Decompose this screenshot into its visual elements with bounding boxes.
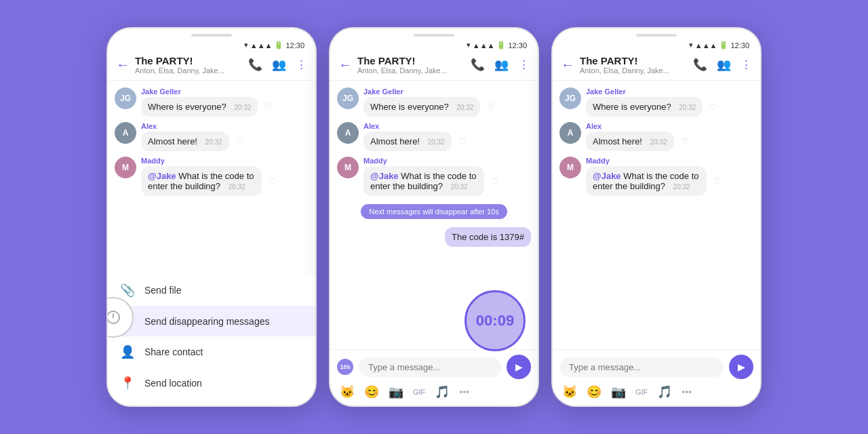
gif-icon-2[interactable]: GIF	[413, 388, 425, 396]
more-icon-2[interactable]: ⋮	[518, 58, 530, 72]
heart-icon-jake-3[interactable]: ♡	[709, 102, 717, 112]
popup-item-send-location[interactable]: 📍 Send location	[108, 368, 315, 399]
notch-1	[108, 28, 315, 37]
back-button-2[interactable]: ←	[338, 57, 352, 73]
bubble-alex-1: Almost here! 20:32	[141, 132, 229, 151]
audio-icon-3[interactable]: 🎵	[657, 384, 672, 399]
bubble-time-jake-1: 20:32	[234, 104, 251, 111]
ten-s-badge: 10s	[337, 359, 353, 375]
sticker-icon-2[interactable]: 🐱	[340, 384, 355, 399]
heart-icon-maddy-1[interactable]: ♡	[269, 176, 277, 186]
popup-label-disappearing: Send disappearing messages	[144, 316, 269, 327]
call-icon-2[interactable]: 📞	[471, 58, 485, 72]
bubble-row-jake-3: Where is everyone? 20:32 ♡	[586, 97, 717, 117]
popup-label-share-contact: Share contact	[144, 347, 203, 357]
popup-item-disappearing[interactable]: ⏱ Send disappearing messages	[108, 306, 315, 336]
phone-3: ▾ ▲▲▲ 🔋 12:30 ← The PARTY! Anton, Elsa, …	[551, 27, 762, 407]
bubble-row-alex-1: Almost here! 20:32 ♡	[141, 132, 244, 151]
status-bar-1: ▾ ▲▲▲ 🔋 12:30	[108, 37, 315, 51]
header-info-2: The PARTY! Anton, Elsa, Danny, Jake...	[357, 55, 465, 75]
chat-body-3: JG Jake Geller Where is everyone? 20:32 …	[553, 81, 760, 349]
bubble-wrap-alex-1: Alex Almost here! 20:32 ♡	[141, 122, 244, 151]
table-row: JG Jake Geller Where is everyone? 20:32 …	[337, 87, 531, 117]
bubble-alex-2: Almost here! 20:32	[363, 132, 452, 151]
heart-icon-maddy-2[interactable]: ♡	[491, 176, 499, 186]
emoji-icon-2[interactable]: 😊	[364, 384, 379, 399]
heart-icon-jake-1[interactable]: ♡	[264, 102, 273, 112]
sticker-icon-3[interactable]: 🐱	[562, 384, 577, 399]
header-title-2: The PARTY!	[357, 55, 465, 66]
heart-icon-maddy-3[interactable]: ♡	[713, 176, 722, 186]
table-row: The code is 1379#	[337, 227, 531, 247]
notch-2	[330, 28, 538, 37]
signal-icon-2: ▲▲▲	[473, 41, 495, 50]
sender-name-jake-3: Jake Geller	[586, 87, 717, 96]
sender-name-maddy-1: Maddy	[141, 157, 277, 165]
bubble-wrap-jake-2: Jake Geller Where is everyone? 20:32 ♡	[363, 87, 495, 117]
more-icon-1[interactable]: ⋮	[296, 58, 307, 72]
more-icon-3[interactable]: ⋮	[741, 58, 752, 72]
camera-icon-2[interactable]: 📷	[389, 384, 403, 399]
popup-label-send-file: Send file	[144, 285, 181, 296]
people-icon-2[interactable]: 👥	[494, 58, 509, 72]
chat-header-2: ← The PARTY! Anton, Elsa, Danny, Jake...…	[330, 51, 538, 81]
camera-icon-3[interactable]: 📷	[611, 384, 626, 399]
status-time-3: 12:30	[730, 41, 749, 50]
status-bar-3: ▾ ▲▲▲ 🔋 12:30	[553, 37, 760, 51]
bubble-out-2: The code is 1379#	[445, 227, 531, 247]
heart-icon-jake-2[interactable]: ♡	[487, 102, 495, 112]
popup-item-send-file[interactable]: 📎 Send file	[108, 275, 315, 306]
status-icons-1: ▾ ▲▲▲ 🔋 12:30	[244, 41, 304, 50]
table-row: A Alex Almost here! 20:32 ♡	[337, 122, 531, 151]
message-input-2[interactable]	[359, 357, 501, 377]
bubble-maddy-1: @Jake What is the code to enter the buil…	[141, 166, 262, 196]
people-icon-3[interactable]: 👥	[717, 58, 731, 72]
sender-name-jake-1: Jake Geller	[141, 87, 273, 96]
mention-jake-2: @Jake	[370, 171, 399, 181]
heart-icon-alex-3[interactable]: ♡	[681, 136, 689, 146]
call-icon-1[interactable]: 📞	[248, 58, 262, 72]
toolbar-2: 🐱 😊 📷 GIF 🎵 •••	[337, 383, 531, 401]
mention-jake-3: @Jake	[593, 171, 621, 181]
popup-label-send-location: Send location	[144, 378, 202, 389]
header-actions-1: 📞 👥 ⋮	[248, 58, 307, 72]
sender-name-jake-2: Jake Geller	[363, 87, 495, 96]
bubble-row-jake-2: Where is everyone? 20:32 ♡	[363, 97, 495, 117]
header-title-3: The PARTY!	[580, 55, 688, 66]
gif-icon-3[interactable]: GIF	[635, 388, 648, 396]
table-row: JG Jake Geller Where is everyone? 20:32 …	[115, 87, 309, 117]
heart-icon-alex-1[interactable]: ♡	[236, 136, 244, 146]
table-row: M Maddy @Jake What is the code to enter …	[337, 157, 531, 196]
bubble-jake-1: Where is everyone? 20:32	[141, 97, 258, 117]
message-input-3[interactable]	[559, 357, 724, 377]
status-icons-2: ▾ ▲▲▲ 🔋 12:30	[467, 41, 527, 50]
bubble-wrap-jake-1: Jake Geller Where is everyone? 20:32 ♡	[141, 87, 273, 117]
battery-icon-3: 🔋	[719, 41, 728, 50]
msg-text-jake-2: Where is everyone?	[370, 102, 449, 112]
msg-text-alex-1: Almost here!	[148, 136, 197, 146]
input-area-3: ▶ 🐱 😊 📷 GIF 🎵 •••	[553, 349, 760, 406]
play-button-3[interactable]: ▶	[729, 355, 753, 379]
more-toolbar-icon-2[interactable]: •••	[459, 387, 469, 397]
table-row: A Alex Almost here! 20:32 ♡	[115, 122, 309, 151]
bubble-wrap-maddy-3: Maddy @Jake What is the code to enter th…	[586, 157, 722, 196]
audio-icon-2[interactable]: 🎵	[435, 384, 450, 399]
popup-item-share-contact[interactable]: 👤 Share contact	[108, 336, 315, 368]
back-button-3[interactable]: ←	[561, 57, 574, 73]
bubble-time-maddy-1: 20:32	[229, 183, 245, 191]
play-button-2[interactable]: ▶	[507, 355, 531, 379]
back-button-1[interactable]: ←	[116, 57, 130, 73]
avatar-jake-3: JG	[559, 87, 581, 109]
call-icon-3[interactable]: 📞	[693, 58, 707, 72]
emoji-icon-3[interactable]: 😊	[587, 384, 601, 399]
bubble-jake-3: Where is everyone? 20:32	[586, 97, 703, 117]
people-icon-1[interactable]: 👥	[272, 58, 286, 72]
table-row: M Maddy @Jake What is the code to enter …	[115, 157, 309, 196]
bubble-wrap-maddy-2: Maddy @Jake What is the code to enter th…	[363, 157, 499, 196]
heart-icon-alex-2[interactable]: ♡	[458, 136, 467, 146]
sender-name-alex-2: Alex	[363, 122, 467, 130]
more-toolbar-icon-3[interactable]: •••	[682, 387, 692, 397]
msg-text-jake-1: Where is everyone?	[148, 102, 226, 112]
avatar-alex-2: A	[337, 122, 359, 144]
header-info-1: The PARTY! Anton, Elsa, Danny, Jake...	[135, 55, 243, 75]
